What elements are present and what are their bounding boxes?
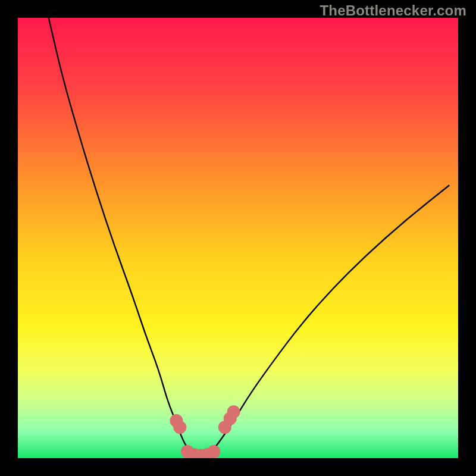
- data-marker: [173, 421, 186, 434]
- data-marker: [227, 405, 240, 418]
- bottleneck-chart: [0, 0, 476, 476]
- watermark-text: TheBottlenecker.com: [320, 2, 466, 19]
- gradient-background: [18, 18, 458, 458]
- data-marker: [207, 445, 220, 458]
